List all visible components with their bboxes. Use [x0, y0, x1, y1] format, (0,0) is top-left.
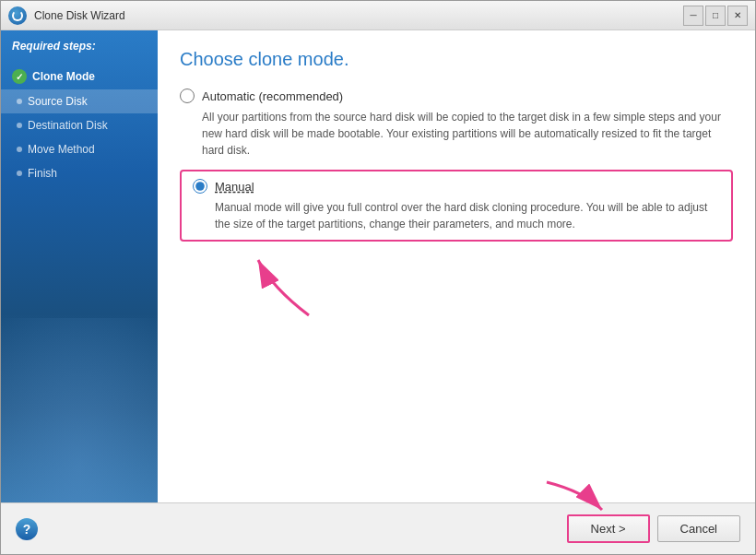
sidebar: Required steps: ✓ Clone Mode Source Disk…	[1, 30, 158, 502]
clone-mode-check-icon: ✓	[12, 69, 27, 84]
footer-left: ?	[16, 518, 38, 540]
automatic-option-header: Automatic (recommended)	[180, 89, 733, 103]
automatic-description: All your partitions from the source hard…	[202, 109, 733, 159]
manual-label: Manual	[215, 180, 254, 194]
next-arrow-annotation	[537, 473, 611, 519]
sidebar-steps: ✓ Clone Mode Source Disk Destination Dis…	[1, 60, 158, 189]
manual-description: Manual mode will give you full control o…	[215, 199, 720, 232]
sidebar-item-finish-label: Finish	[28, 167, 57, 180]
title-bar: Clone Disk Wizard ─ □ ✕	[1, 1, 755, 30]
manual-option-box: Manual Manual mode will give you full co…	[180, 170, 733, 242]
help-button[interactable]: ?	[16, 518, 38, 540]
footer-right: Next > Cancel	[567, 514, 740, 543]
cancel-button[interactable]: Cancel	[657, 515, 740, 542]
sidebar-item-move-method-label: Move Method	[28, 143, 95, 156]
footer: ? Next > Cancel	[1, 502, 755, 554]
option-group: Automatic (recommended) All your partiti…	[180, 89, 733, 242]
next-button[interactable]: Next >	[567, 514, 650, 543]
automatic-radio[interactable]	[180, 89, 195, 103]
automatic-label: Automatic (recommended)	[202, 89, 343, 103]
close-button[interactable]: ✕	[727, 6, 748, 26]
restore-button[interactable]: □	[705, 6, 726, 26]
app-icon	[8, 6, 27, 25]
sidebar-item-source-disk-label: Source Disk	[28, 95, 88, 108]
sidebar-item-finish[interactable]: Finish	[1, 161, 158, 185]
minimize-button[interactable]: ─	[683, 6, 703, 26]
move-method-dot-icon	[17, 147, 22, 152]
manual-option-header: Manual	[193, 179, 720, 194]
sidebar-item-clone-mode-label: Clone Mode	[32, 70, 95, 83]
window-title: Clone Disk Wizard	[34, 9, 683, 22]
source-disk-dot-icon	[17, 99, 22, 104]
sidebar-item-source-disk[interactable]: Source Disk	[1, 89, 158, 113]
main-content: Choose clone mode. Automatic (recommende…	[158, 30, 755, 502]
spacer-area	[180, 251, 733, 484]
manual-radio[interactable]	[193, 179, 207, 194]
sidebar-item-clone-mode[interactable]: ✓ Clone Mode	[1, 64, 158, 89]
window: Clone Disk Wizard ─ □ ✕ Required steps: …	[0, 0, 756, 555]
title-bar-buttons: ─ □ ✕	[683, 6, 748, 26]
sidebar-header: Required steps:	[1, 30, 158, 60]
page-title: Choose clone mode.	[180, 49, 733, 70]
sidebar-item-destination-disk-label: Destination Disk	[28, 119, 108, 132]
arrow-annotation	[254, 251, 364, 325]
automatic-option: Automatic (recommended) All your partiti…	[180, 89, 733, 159]
sidebar-item-move-method[interactable]: Move Method	[1, 137, 158, 161]
sidebar-item-destination-disk[interactable]: Destination Disk	[1, 113, 158, 137]
content-area: Required steps: ✓ Clone Mode Source Disk…	[1, 30, 755, 502]
finish-dot-icon	[17, 171, 22, 176]
destination-disk-dot-icon	[17, 123, 22, 128]
